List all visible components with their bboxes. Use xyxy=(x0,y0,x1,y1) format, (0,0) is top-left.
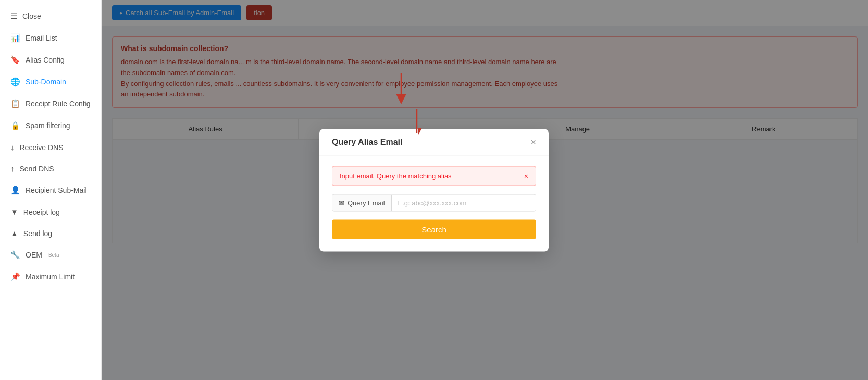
close-menu-icon: ☰ xyxy=(10,11,17,21)
modal-body: Input email, Query the matching alias × … xyxy=(319,155,549,251)
spam-filtering-icon: 🔒 xyxy=(10,121,20,130)
receipt-log-icon: ▼ xyxy=(10,207,18,216)
email-input[interactable] xyxy=(392,194,536,211)
input-prefix: ✉ Query Email xyxy=(332,194,392,211)
email-input-group: ✉ Query Email xyxy=(332,194,536,211)
receive-dns-icon: ↓ xyxy=(10,143,15,152)
sidebar-item-email-list[interactable]: 📊 Email List xyxy=(0,27,101,49)
search-button[interactable]: Search xyxy=(332,219,536,239)
sidebar-item-oem[interactable]: 🔧 OEM Beta xyxy=(0,244,101,266)
modal-header: Query Alias Email × xyxy=(319,129,549,155)
send-dns-icon: ↑ xyxy=(10,164,15,173)
oem-icon: 🔧 xyxy=(10,250,20,260)
sidebar-item-close[interactable]: ☰ Close xyxy=(0,5,101,27)
sidebar-item-recipient-sub[interactable]: 👤 Recipient Sub-Mail xyxy=(0,179,101,201)
alert-banner: Input email, Query the matching alias × xyxy=(332,166,536,186)
receipt-rule-icon: 📋 xyxy=(10,99,20,108)
recipient-sub-icon: 👤 xyxy=(10,186,20,195)
maximum-limit-icon: 📌 xyxy=(10,272,20,281)
sidebar-item-alias-config[interactable]: 🔖 Alias Config xyxy=(0,49,101,71)
sidebar-item-maximum-limit[interactable]: 📌 Maximum Limit xyxy=(0,266,101,288)
email-prefix-icon: ✉ xyxy=(339,199,344,206)
sidebar: ☰ Close 📊 Email List 🔖 Alias Config 🌐 Su… xyxy=(0,0,102,380)
input-prefix-label: Query Email xyxy=(348,199,385,206)
modal-close-button[interactable]: × xyxy=(530,137,536,146)
alias-config-icon: 🔖 xyxy=(10,55,20,65)
modal-title: Query Alias Email xyxy=(332,137,402,146)
sidebar-item-receive-dns[interactable]: ↓ Receive DNS xyxy=(0,137,101,158)
sidebar-item-receipt-log[interactable]: ▼ Receipt log xyxy=(0,201,101,223)
sidebar-item-sub-domain[interactable]: 🌐 Sub-Domain xyxy=(0,71,101,93)
email-list-icon: 📊 xyxy=(10,33,20,43)
alert-text: Input email, Query the matching alias xyxy=(340,172,452,180)
query-alias-modal: Query Alias Email × Input email, Query t… xyxy=(319,129,549,251)
sidebar-item-receipt-rule[interactable]: 📋 Receipt Rule Config xyxy=(0,93,101,115)
sidebar-item-spam-filtering[interactable]: 🔒 Spam filtering xyxy=(0,115,101,137)
sub-domain-icon: 🌐 xyxy=(10,77,20,87)
sidebar-item-send-dns[interactable]: ↑ Send DNS xyxy=(0,158,101,179)
sidebar-item-send-log[interactable]: ▲ Send log xyxy=(0,223,101,244)
send-log-icon: ▲ xyxy=(10,229,18,238)
alert-close-button[interactable]: × xyxy=(524,171,528,180)
